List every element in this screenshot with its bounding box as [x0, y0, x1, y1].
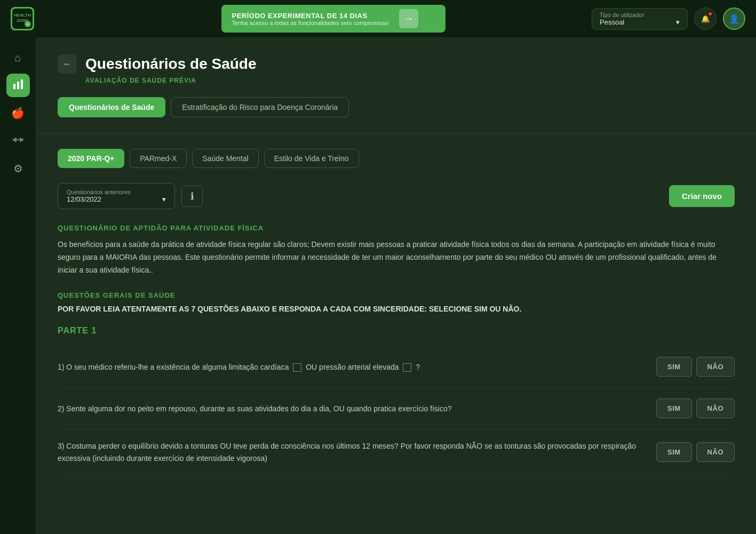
section1-desc: Os benefícios para a saúde da prática de… — [58, 238, 735, 276]
svg-text:HEALTH: HEALTH — [14, 13, 31, 18]
q1-checkbox2[interactable] — [403, 363, 411, 372]
sidebar-item-home[interactable]: ⌂ — [6, 46, 30, 69]
q3-nao-button[interactable]: NÃO — [696, 442, 735, 462]
q1-text-before: 1) O seu médico referiu-lhe a existência… — [58, 363, 291, 371]
trial-arrow-button[interactable]: → — [399, 9, 418, 28]
chevron-down-icon: ▾ — [676, 18, 680, 26]
previous-questionnaires-dropdown[interactable]: Questionários anteriores 12/03/2022 ▾ — [58, 183, 175, 209]
tab-stratification[interactable]: Estratificação do Risco para Doença Coro… — [171, 97, 349, 117]
svg-rect-9 — [21, 139, 23, 141]
sidebar-item-settings[interactable]: ⚙ — [6, 157, 30, 180]
question-2-text: 2) Sente alguma dor no peito em repouso,… — [58, 403, 648, 415]
subtab-parq[interactable]: 2020 PAR-Q+ — [58, 149, 124, 168]
sidebar-item-training[interactable] — [6, 129, 30, 153]
q3-sim-button[interactable]: SIM — [656, 442, 692, 462]
section1-title: QUESTIONÁRIO DE APTIDÃO PARA ATIVIDADE F… — [58, 224, 735, 232]
svg-rect-7 — [21, 79, 23, 89]
user-type-dropdown[interactable]: Tipo de utilizador Pessoal ▾ — [592, 8, 688, 30]
svg-text:+: + — [27, 22, 29, 26]
home-icon: ⌂ — [14, 52, 21, 64]
q2-answer-buttons: SIM NÃO — [656, 398, 735, 418]
q1-answer-buttons: SIM NÃO — [656, 357, 735, 377]
question-row-1: 1) O seu médico referiu-lhe a existência… — [58, 346, 735, 388]
trial-box[interactable]: PERÍODO EXPERIMENTAL DE 14 DIAS Tenha ac… — [221, 5, 445, 33]
section2-title: QUESTÕES GERAIS DE SAÚDE — [58, 291, 735, 299]
main-content: ← Questionários de Saúde AVALIAÇÃO DE SA… — [36, 37, 756, 534]
subtab-lifestyle[interactable]: Estilo de Vida e Treino — [264, 149, 359, 168]
trial-sub: Tenha acesso a todas as funcionalidades … — [232, 20, 389, 26]
page-subtitle: AVALIAÇÃO DE SAÚDE PRÉVIA — [85, 77, 735, 84]
svg-rect-12 — [17, 139, 20, 140]
controls-row: Questionários anteriores 12/03/2022 ▾ ℹ … — [58, 183, 735, 209]
sidebar-item-nutrition[interactable]: 🍎 — [6, 101, 30, 125]
q2-sim-button[interactable]: SIM — [656, 398, 692, 418]
questionnaire-content: QUESTIONÁRIO DE APTIDÃO PARA ATIVIDADE F… — [58, 224, 735, 475]
chevron-down-icon: ▾ — [162, 195, 166, 203]
q1-sim-button[interactable]: SIM — [656, 357, 692, 377]
user-type-label: Tipo de utilizador — [600, 12, 680, 18]
dumbbell-icon — [12, 134, 24, 148]
user-type-value: Pessoal ▾ — [600, 18, 680, 26]
svg-rect-10 — [15, 138, 17, 142]
layout: ⌂ 🍎 — [0, 37, 756, 534]
sub-tabs: 2020 PAR-Q+ PARmed-X Saúde Mental Estilo… — [58, 149, 735, 168]
notifications-button[interactable]: 🔔 — [694, 7, 717, 30]
question-row-2: 2) Sente alguma dor no peito em repouso,… — [58, 388, 735, 429]
sidebar: ⌂ 🍎 — [0, 37, 36, 534]
page-title: Questionários de Saúde — [85, 55, 257, 73]
subtab-parmed[interactable]: PARmed-X — [130, 149, 187, 168]
svg-rect-5 — [13, 84, 15, 89]
subtab-mental[interactable]: Saúde Mental — [192, 149, 258, 168]
back-button[interactable]: ← — [58, 54, 77, 74]
svg-rect-8 — [13, 139, 15, 141]
part1-label: PARTE 1 — [58, 326, 735, 336]
question-1-text: 1) O seu médico referiu-lhe a existência… — [58, 361, 648, 373]
nav-right: Tipo de utilizador Pessoal ▾ 🔔 👤 — [592, 7, 745, 30]
sidebar-item-chart[interactable] — [6, 74, 30, 97]
topnav: HEALTH ZONE + PERÍODO EXPERIMENTAL DE 14… — [0, 0, 756, 37]
settings-icon: ⚙ — [13, 162, 23, 175]
q1-checkbox1[interactable] — [293, 363, 301, 372]
q2-nao-button[interactable]: NÃO — [696, 398, 735, 418]
logo-area: HEALTH ZONE + — [11, 7, 75, 30]
info-icon: ℹ — [190, 190, 194, 202]
q1-nao-button[interactable]: NÃO — [696, 357, 735, 377]
apple-icon: 🍎 — [11, 107, 25, 119]
question-3-text: 3) Costuma perder o equilíbrio devido a … — [58, 440, 648, 464]
info-button[interactable]: ℹ — [181, 186, 203, 207]
avatar-button[interactable]: 👤 — [723, 7, 745, 30]
create-new-button[interactable]: Criar novo — [669, 185, 735, 207]
svg-rect-11 — [20, 138, 21, 142]
q1-text-middle: OU pressão arterial elevada — [306, 363, 401, 371]
user-icon: 👤 — [729, 14, 739, 24]
chart-icon — [12, 78, 24, 93]
trial-title: PERÍODO EXPERIMENTAL DE 14 DIAS — [232, 12, 389, 20]
instruction-text: POR FAVOR LEIA ATENTAMENTE AS 7 QUESTÕES… — [58, 305, 735, 313]
divider — [36, 133, 756, 134]
trial-text: PERÍODO EXPERIMENTAL DE 14 DIAS Tenha ac… — [232, 12, 389, 26]
notification-badge — [707, 11, 713, 17]
main-tabs: Questionários de Saúde Estratificação do… — [58, 97, 735, 117]
dropdown-value: 12/03/2022 ▾ — [67, 195, 166, 203]
dropdown-label: Questionários anteriores — [67, 189, 166, 195]
svg-rect-6 — [17, 82, 19, 89]
tab-questionnaires[interactable]: Questionários de Saúde — [58, 97, 165, 117]
question-row-3: 3) Costuma perder o equilíbrio devido a … — [58, 429, 735, 475]
page-header: ← Questionários de Saúde — [58, 54, 735, 74]
logo-icon: HEALTH ZONE + — [11, 7, 34, 30]
trial-banner: PERÍODO EXPERIMENTAL DE 14 DIAS Tenha ac… — [85, 5, 581, 33]
q3-answer-buttons: SIM NÃO — [656, 442, 735, 462]
q1-text-after: ? — [416, 363, 420, 371]
